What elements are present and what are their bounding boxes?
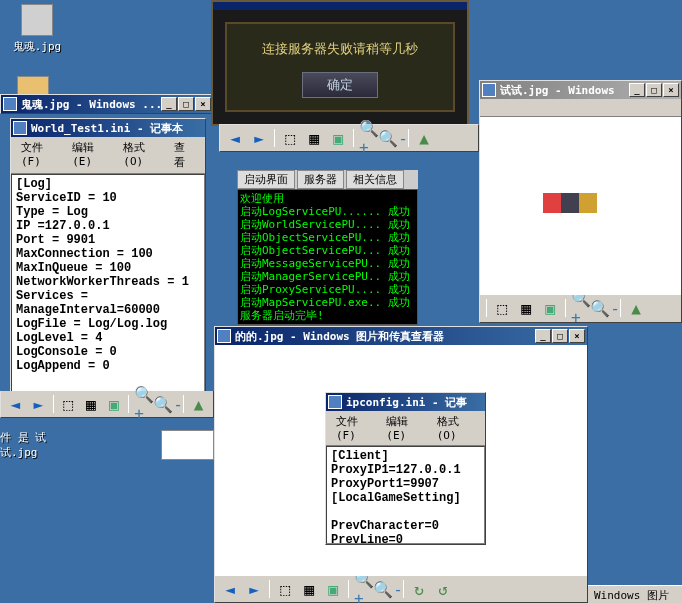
- shishi-viewer-window: 试试.jpg - Windows _ □ × ⬚ ▦ ▣ 🔍+ 🔍- ▲: [479, 80, 682, 323]
- fit-button[interactable]: ⬚: [493, 299, 511, 317]
- tab-startup[interactable]: 启动界面: [237, 170, 295, 189]
- separator: [408, 129, 409, 147]
- actual-size-button[interactable]: ▦: [300, 580, 318, 598]
- server-console-panel: 启动界面 服务器 相关信息 欢迎使用 启动LogServicePU...... …: [237, 170, 418, 325]
- guihun-toolbar-window: ◄ ► ⬚ ▦ ▣ 🔍+ 🔍- ▲: [0, 391, 214, 418]
- actual-size-button[interactable]: ▦: [305, 129, 323, 147]
- separator: [128, 395, 129, 413]
- prev-button[interactable]: ◄: [221, 580, 239, 598]
- menubar-empty: [480, 99, 681, 117]
- rotate-cw-button[interactable]: ↻: [410, 580, 428, 598]
- prev-button[interactable]: ◄: [226, 129, 244, 147]
- maximize-button[interactable]: □: [646, 83, 662, 97]
- notepad-icon: [13, 121, 27, 135]
- separator: [486, 299, 487, 317]
- menu-format[interactable]: 格式(O): [117, 139, 168, 171]
- minimize-button[interactable]: _: [629, 83, 645, 97]
- guihun-viewer-window: 鬼魂.jpg - Windows ... _ □ ×: [0, 94, 214, 114]
- slideshow-button[interactable]: ▣: [541, 299, 559, 317]
- image-viewer-toolbar: ⬚ ▦ ▣ 🔍+ 🔍- ▲: [480, 295, 681, 321]
- shield-red-icon: [543, 193, 561, 213]
- shield-dark-icon: [561, 193, 579, 213]
- maximize-button[interactable]: □: [178, 97, 194, 111]
- menu-edit[interactable]: 编辑(E): [66, 139, 117, 171]
- console-output: 欢迎使用 启动LogServicePU...... 成功 启动WorldServ…: [237, 189, 418, 325]
- guihun-titlebar[interactable]: 鬼魂.jpg - Windows ... _ □ ×: [1, 95, 213, 113]
- image-canvas: ipconfig.ini - 记事 文件(F) 编辑(E) 格式(O) [Cli…: [215, 345, 587, 576]
- rotate-ccw-button[interactable]: ↺: [434, 580, 452, 598]
- desktop-icon-shishi[interactable]: 件 是 试 试.jpg: [0, 430, 70, 460]
- image-canvas: [480, 117, 681, 295]
- game-error-dialog: 连接服务器失败请稍等几秒 确定: [211, 0, 469, 126]
- maximize-button[interactable]: □: [552, 329, 568, 343]
- menubar: 文件(F) 编辑(E) 格式(O) 查看: [11, 137, 205, 174]
- close-button[interactable]: ×: [663, 83, 679, 97]
- rotate-button[interactable]: ▲: [190, 395, 207, 413]
- zoom-in-button[interactable]: 🔍+: [135, 395, 153, 413]
- notepad-icon: [328, 395, 342, 409]
- close-button[interactable]: ×: [195, 97, 211, 111]
- fit-button[interactable]: ⬚: [276, 580, 294, 598]
- zoom-out-button[interactable]: 🔍-: [159, 395, 177, 413]
- separator: [183, 395, 184, 413]
- window-title: ipconfig.ini - 记事: [346, 395, 483, 410]
- notepad-content: [Client] ProxyIP1=127.0.0.1 ProxyPort1=9…: [326, 446, 485, 544]
- notepad-content[interactable]: [Log] ServiceID = 10 Type = Log IP =127.…: [11, 174, 205, 402]
- ipconfig-notepad: ipconfig.ini - 记事 文件(F) 编辑(E) 格式(O) [Cli…: [325, 392, 486, 545]
- shield-gold-icon: [579, 193, 597, 213]
- image-viewer-toolbar: ◄ ► ⬚ ▦ ▣ 🔍+ 🔍- ▲: [220, 125, 478, 151]
- menu-edit: 编辑(E): [380, 413, 430, 443]
- menu-file[interactable]: 文件(F): [15, 139, 66, 171]
- separator: [269, 580, 270, 598]
- prev-button[interactable]: ◄: [7, 395, 24, 413]
- rotate-button[interactable]: ▲: [415, 129, 433, 147]
- menu-view[interactable]: 查看: [168, 139, 201, 171]
- zoom-in-button[interactable]: 🔍+: [360, 129, 378, 147]
- window-title: World_Test1.ini - 记事本: [31, 121, 203, 136]
- window-title: 试试.jpg - Windows: [500, 83, 629, 98]
- separator: [274, 129, 275, 147]
- next-button[interactable]: ►: [245, 580, 263, 598]
- zoom-in-button[interactable]: 🔍+: [572, 299, 590, 317]
- separator: [348, 580, 349, 598]
- zoom-out-button[interactable]: 🔍-: [384, 129, 402, 147]
- slideshow-button[interactable]: ▣: [329, 129, 347, 147]
- rotate-button[interactable]: ▲: [627, 299, 645, 317]
- minimize-button[interactable]: _: [161, 97, 177, 111]
- zoom-out-button[interactable]: 🔍-: [379, 580, 397, 598]
- tab-server[interactable]: 服务器: [297, 170, 344, 189]
- file-icon: [21, 4, 53, 36]
- world-test-notepad: World_Test1.ini - 记事本 文件(F) 编辑(E) 格式(O) …: [10, 118, 206, 403]
- tab-info[interactable]: 相关信息: [346, 170, 404, 189]
- dede-titlebar[interactable]: 的的.jpg - Windows 图片和传真查看器 _ □ ×: [215, 327, 587, 345]
- slideshow-button[interactable]: ▣: [105, 395, 122, 413]
- taskbar-button[interactable]: Windows 图片和: [588, 585, 682, 603]
- fit-button[interactable]: ⬚: [281, 129, 299, 147]
- ok-button[interactable]: 确定: [302, 72, 378, 98]
- close-button[interactable]: ×: [569, 329, 585, 343]
- next-button[interactable]: ►: [250, 129, 268, 147]
- error-message: 连接服务器失败请稍等几秒: [235, 40, 445, 58]
- image-viewer-toolbar: ◄ ► ⬚ ▦ ▣ 🔍+ 🔍- ▲: [1, 391, 213, 417]
- actual-size-button[interactable]: ▦: [517, 299, 535, 317]
- separator: [565, 299, 566, 317]
- shishi-titlebar[interactable]: 试试.jpg - Windows _ □ ×: [480, 81, 681, 99]
- next-button[interactable]: ►: [30, 395, 47, 413]
- zoom-in-button[interactable]: 🔍+: [355, 580, 373, 598]
- security-icons: [543, 193, 597, 213]
- desktop-icon-guihun[interactable]: 鬼魂.jpg: [2, 4, 72, 54]
- separator: [53, 395, 54, 413]
- menu-format: 格式(O): [431, 413, 481, 443]
- notepad-titlebar[interactable]: World_Test1.ini - 记事本: [11, 119, 205, 137]
- actual-size-button[interactable]: ▦: [82, 395, 99, 413]
- separator: [620, 299, 621, 317]
- minimize-button[interactable]: _: [535, 329, 551, 343]
- fit-button[interactable]: ⬚: [60, 395, 77, 413]
- app-icon: [217, 329, 231, 343]
- ipconfig-titlebar: ipconfig.ini - 记事: [326, 393, 485, 411]
- window-title: 鬼魂.jpg - Windows ...: [21, 97, 161, 112]
- window-title: 的的.jpg - Windows 图片和传真查看器: [235, 329, 535, 344]
- slideshow-button[interactable]: ▣: [324, 580, 342, 598]
- zoom-out-button[interactable]: 🔍-: [596, 299, 614, 317]
- dede-viewer-window: 的的.jpg - Windows 图片和传真查看器 _ □ × ipconfig…: [214, 326, 588, 603]
